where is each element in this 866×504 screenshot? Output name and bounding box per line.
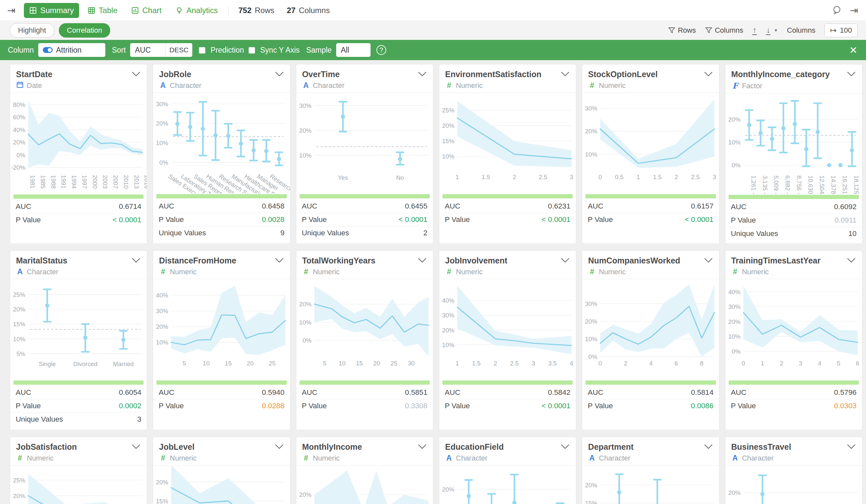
chevron-down-icon[interactable] [561, 258, 569, 263]
svg-text:4: 4 [570, 360, 573, 367]
svg-text:3.5: 3.5 [548, 360, 557, 367]
help-icon[interactable]: ? [376, 45, 386, 55]
card-stats: AUC0.5940P Value0.0288 [153, 386, 290, 413]
chevron-down-icon[interactable] [704, 71, 713, 77]
chevron-down-icon[interactable] [418, 444, 426, 449]
chevron-down-icon[interactable] [418, 258, 426, 263]
column-type: #Numeric [16, 453, 141, 462]
column-type-label: Numeric [599, 81, 626, 90]
tab-chart[interactable]: Chart [126, 3, 167, 18]
stat-value: 0.6157 [691, 202, 714, 211]
stat-label: Unique Values [302, 229, 349, 237]
target-column-selector[interactable]: Attrition [38, 43, 105, 57]
tab-analytics-label: Analytics [186, 6, 218, 15]
svg-text:3,135 - 5,008: 3,135 - 5,008 [761, 176, 768, 194]
chevron-down-icon[interactable] [275, 71, 284, 77]
stat-row: P Value< 0.0001 [439, 399, 576, 413]
filter-rows-label: Rows [678, 26, 696, 35]
column-name: BusinessTravel [731, 442, 791, 452]
svg-text:10%: 10% [442, 341, 455, 348]
filter-columns-button[interactable]: Columns [705, 26, 743, 35]
collapse-left-panel-icon[interactable]: ⇥ [7, 5, 15, 15]
chevron-down-icon[interactable] [561, 71, 569, 77]
significance-bar [300, 194, 430, 198]
prediction-label: Prediction [211, 46, 244, 54]
svg-text:Single: Single [38, 360, 56, 367]
highlight-mode-button[interactable]: Highlight [10, 23, 54, 37]
svg-text:2: 2 [780, 360, 783, 367]
tab-analytics[interactable]: Analytics [170, 3, 223, 18]
chevron-down-icon[interactable] [704, 444, 713, 449]
chevron-down-icon[interactable] [847, 258, 856, 263]
card-stats: AUC0.5814P Value0.0086 [582, 386, 719, 413]
correlation-settings-bar: Column Attrition Sort AUC DESC Predictio… [0, 40, 866, 60]
filter-rows-button[interactable]: Rows [668, 26, 696, 35]
sample-selector[interactable]: All [336, 43, 370, 57]
stat-value: 0.5842 [548, 388, 571, 397]
sort-selector[interactable]: AUC DESC [130, 43, 192, 57]
svg-text:3: 3 [532, 360, 535, 367]
columns-limit-button[interactable]: ↦ 100 [824, 23, 857, 37]
svg-text:30%: 30% [156, 101, 168, 108]
chevron-down-icon[interactable] [847, 444, 856, 449]
stat-row: AUC0.6157 [582, 200, 719, 213]
chevron-down-icon[interactable] [275, 444, 284, 449]
prediction-checkbox[interactable] [199, 47, 206, 54]
column-name: StartDate [16, 70, 52, 79]
numeric-type-icon: # [445, 81, 453, 90]
svg-text:0%: 0% [589, 353, 598, 360]
column-card: BusinessTravelACharacter20%10% [725, 437, 863, 504]
comments-icon[interactable] [832, 5, 842, 16]
card-header: OverTimeACharacter [296, 64, 433, 93]
column-name: NumCompaniesWorked [588, 256, 680, 266]
svg-text:4: 4 [650, 360, 653, 367]
svg-text:5: 5 [837, 360, 840, 367]
funnel-icon [705, 27, 712, 34]
column-type-label: Numeric [599, 268, 626, 276]
upload-icon[interactable]: ↑ [752, 26, 757, 35]
download-button[interactable]: ↓ ▼ [766, 26, 778, 35]
target-column-value: Attrition [56, 46, 81, 55]
chevron-down-icon[interactable] [561, 444, 569, 449]
tab-summary[interactable]: Summary [24, 3, 79, 18]
chevron-down-icon[interactable] [132, 444, 140, 449]
column-type: #Numeric [445, 267, 570, 276]
stat-label: Unique Values [731, 229, 778, 238]
svg-text:20%: 20% [156, 120, 168, 127]
bar-chart-icon [131, 7, 139, 14]
correlation-mode-button[interactable]: Correlation [59, 23, 111, 37]
tab-table[interactable]: Table [82, 3, 123, 18]
stat-label: AUC [16, 388, 31, 397]
svg-text:14,378 - 16,250: 14,378 - 16,250 [830, 176, 837, 194]
sync-y-axis-checkbox[interactable] [248, 47, 255, 54]
numeric-type-icon: # [302, 453, 310, 462]
card-header: DistanceFromHome#Numeric [153, 251, 290, 279]
close-icon[interactable]: ✕ [849, 44, 857, 56]
svg-text:20%: 20% [728, 116, 741, 123]
column-type-label: Character [742, 454, 774, 462]
column-type: ACharacter [588, 453, 713, 462]
character-type-icon: A [159, 81, 167, 90]
chevron-down-icon[interactable] [847, 71, 856, 77]
chevron-down-icon[interactable] [275, 258, 284, 263]
sort-direction[interactable]: DESC [165, 43, 192, 57]
svg-text:0%: 0% [732, 348, 741, 355]
row-count-label: Rows [255, 6, 274, 15]
chevron-down-icon[interactable] [132, 71, 140, 77]
svg-text:25: 25 [269, 360, 276, 367]
collapse-right-panel-icon[interactable]: ⇥ [850, 5, 858, 15]
stat-label: P Value [445, 215, 470, 224]
stat-value: 0.5940 [262, 388, 285, 397]
stat-row: AUC0.5814 [582, 386, 719, 399]
stat-value: 0.6455 [405, 202, 428, 211]
card-header: MaritalStatusACharacter [10, 251, 147, 279]
svg-text:20%: 20% [585, 318, 598, 325]
svg-text:10%: 10% [585, 336, 598, 343]
chevron-down-icon[interactable] [704, 258, 713, 263]
column-chart: 40%30%20%10%11.522.533.54 [439, 280, 576, 380]
svg-text:80%: 80% [13, 101, 25, 108]
chevron-down-icon[interactable] [418, 71, 426, 77]
chevron-down-icon[interactable] [132, 258, 140, 263]
column-name: MaritalStatus [16, 256, 67, 266]
sample-label: Sample [306, 46, 332, 55]
